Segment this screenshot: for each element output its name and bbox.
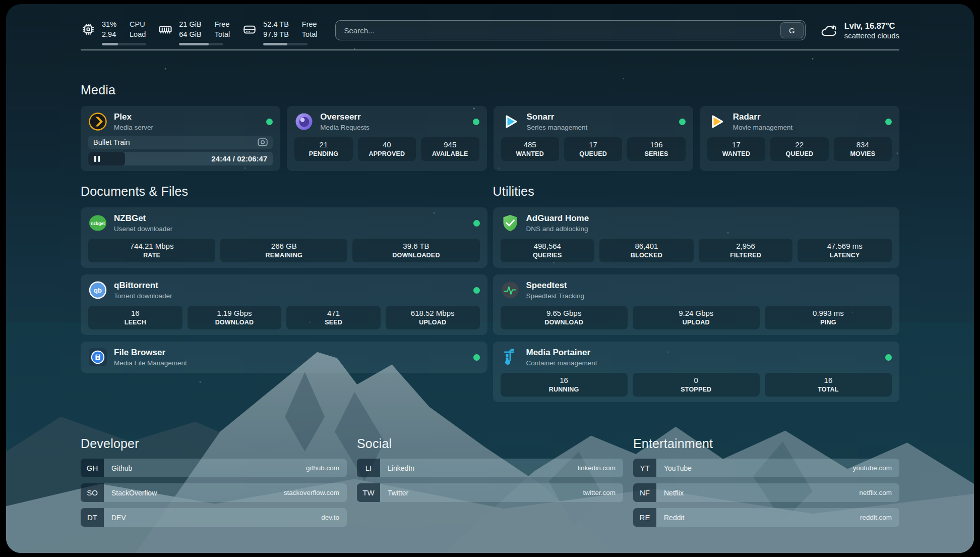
stat-rate: 744.21 Mbps RATE <box>88 239 215 262</box>
cpu-values: 31%2.94 <box>102 19 116 39</box>
bookmark-url: linkedin.com <box>578 464 616 472</box>
stat-upload: 9.24 Gbps UPLOAD <box>633 306 760 329</box>
now-playing-row: Bullet Train <box>88 136 273 149</box>
now-playing-title: Bullet Train <box>93 138 258 146</box>
cpu-metric: 31%2.94 CPULoad <box>81 19 146 45</box>
section-title-social: Social <box>357 436 623 451</box>
app-card-sonarr[interactable]: Sonarr Series management 485 WANTED 17 Q… <box>494 106 693 171</box>
bookmark-name: Github <box>111 464 132 472</box>
app-name: NZBGet <box>114 213 172 224</box>
stat-download: 9.65 Gbps DOWNLOAD <box>501 306 628 329</box>
status-online-dot <box>679 119 686 125</box>
status-online-dot <box>885 354 892 361</box>
bookmark-name: DEV <box>111 514 126 522</box>
stat-upload: 618.52 Mbps UPLOAD <box>386 306 480 329</box>
bookmark-dev[interactable]: DT DEV dev.to <box>81 508 347 527</box>
stat-downloaded: 39.6 TB DOWNLOADED <box>352 239 479 262</box>
app-description: Usenet downloader <box>114 225 172 233</box>
bookmark-github[interactable]: GH Github github.com <box>81 459 347 477</box>
app-card-adguard[interactable]: AdGuard Home DNS and adblocking 498,564 … <box>493 207 900 268</box>
bookmark-url: stackoverflow.com <box>284 489 339 496</box>
playback-time: 24:44 / 02:06:47 <box>211 154 267 163</box>
bookmark-youtube[interactable]: YT YouTube youtube.com <box>633 459 899 477</box>
stat-available: 945 AVAILABLE <box>421 137 479 161</box>
app-description: Series management <box>527 124 588 131</box>
app-description: Movie management <box>733 124 793 131</box>
bookmark-abbr: GH <box>81 459 104 477</box>
app-card-portainer[interactable]: Media Portainer Container management 16 … <box>493 342 900 402</box>
app-card-speedtest[interactable]: Speedtest Speedtest Tracking 9.65 Gbps D… <box>493 274 900 335</box>
stat-wanted: 485 WANTED <box>501 137 559 161</box>
section-documents: Documents & Files nzbget NZBGet Usenet d… <box>81 184 487 373</box>
stat-queries: 498,564 QUERIES <box>501 239 595 262</box>
cpu-progress-bar <box>102 43 146 45</box>
bookmark-abbr: TW <box>357 483 380 502</box>
app-description: Media server <box>114 124 153 131</box>
app-description: DNS and adblocking <box>526 225 589 233</box>
stat-ping: 0.993 ms PING <box>765 306 892 329</box>
stat-series: 196 SERIES <box>627 137 685 161</box>
app-card-radarr[interactable]: Radarr Movie management 17 WANTED 22 QUE… <box>700 106 899 171</box>
stat-queued: 17 QUEUED <box>564 137 622 161</box>
dashboard-window: 31%2.94 CPULoad 21 GiB64 GiB <box>6 4 974 553</box>
svg-text:qb: qb <box>94 287 102 294</box>
stat-blocked: 86,401 BLOCKED <box>599 239 694 262</box>
cpu-labels: CPULoad <box>130 19 146 39</box>
bookmark-url: twitter.com <box>583 489 616 496</box>
app-card-overseerr[interactable]: Overseerr Media Requests 21 PENDING 40 A… <box>287 106 486 171</box>
stat-leech: 16 LEECH <box>88 306 182 329</box>
bookmark-netflix[interactable]: NF Netflix netflix.com <box>633 483 899 502</box>
bookmark-url: youtube.com <box>853 464 892 472</box>
app-card-nzbget[interactable]: nzbget NZBGet Usenet downloader 744.21 M… <box>81 207 487 268</box>
memory-icon <box>158 22 173 37</box>
status-online-dot <box>473 119 479 125</box>
app-name: Plex <box>114 112 153 122</box>
bookmark-name: Reddit <box>664 514 684 522</box>
bookmark-stackoverflow[interactable]: SO StackOverflow stackoverflow.com <box>81 483 347 502</box>
bookmark-reddit[interactable]: RE Reddit reddit.com <box>633 508 899 527</box>
memory-labels: FreeTotal <box>215 19 230 39</box>
app-description: Speedtest Tracking <box>526 292 585 300</box>
bookmark-url: reddit.com <box>860 514 892 521</box>
status-online-dot <box>885 119 892 125</box>
search-input[interactable] <box>336 21 780 40</box>
section-title-documents: Documents & Files <box>81 184 487 199</box>
bookmark-name: Twitter <box>388 489 408 497</box>
bookmark-name: LinkedIn <box>388 464 414 472</box>
bookmark-twitter[interactable]: TW Twitter twitter.com <box>357 483 623 502</box>
plex-icon <box>88 112 107 131</box>
bookmark-abbr: NF <box>633 483 656 502</box>
app-name: Overseerr <box>320 112 370 122</box>
search-engine-button[interactable]: G <box>780 22 804 38</box>
app-card-plex[interactable]: Plex Media server Bullet Train <box>81 106 280 171</box>
app-description: Torrent downloader <box>114 292 172 300</box>
app-description: Media File Management <box>114 359 187 367</box>
app-name: Radarr <box>733 112 793 122</box>
bookmark-abbr: LI <box>357 459 380 477</box>
bookmark-abbr: RE <box>633 508 656 527</box>
stat-total: 16 TOTAL <box>765 373 892 397</box>
section-title-entertainment: Entertainment <box>633 436 899 451</box>
stat-stopped: 0 STOPPED <box>633 373 760 397</box>
playback-progress-fill <box>88 152 125 165</box>
bookmark-linkedin[interactable]: LI LinkedIn linkedin.com <box>357 459 623 477</box>
playback-progress-bar: 24:44 / 02:06:47 <box>88 152 273 165</box>
memory-progress-bar <box>179 43 223 45</box>
status-online-dot <box>473 220 480 227</box>
disk-progress-bar <box>263 43 308 45</box>
now-playing-icon <box>258 138 268 146</box>
bookmark-group-social: Social LI LinkedIn linkedin.com TW Twitt… <box>357 436 623 527</box>
app-name: Sonarr <box>527 112 588 122</box>
section-utilities: Utilities AdGuard Home <box>493 184 900 402</box>
svg-text:nzbget: nzbget <box>91 221 105 226</box>
bookmark-url: netflix.com <box>859 489 892 496</box>
app-card-qbittorrent[interactable]: qb qBittorrent Torrent downloader 16 <box>81 274 487 335</box>
disk-metric: 52.4 TB97.9 TB FreeTotal <box>242 19 317 45</box>
qbittorrent-icon: qb <box>88 281 107 300</box>
pause-button[interactable] <box>94 156 100 162</box>
app-card-filebrowser[interactable]: File Browser Media File Management <box>81 342 487 373</box>
bookmark-name: StackOverflow <box>111 489 157 497</box>
stat-latency: 47.569 ms LATENCY <box>798 239 892 262</box>
overseerr-icon <box>294 112 314 131</box>
bookmark-abbr: DT <box>81 508 104 527</box>
